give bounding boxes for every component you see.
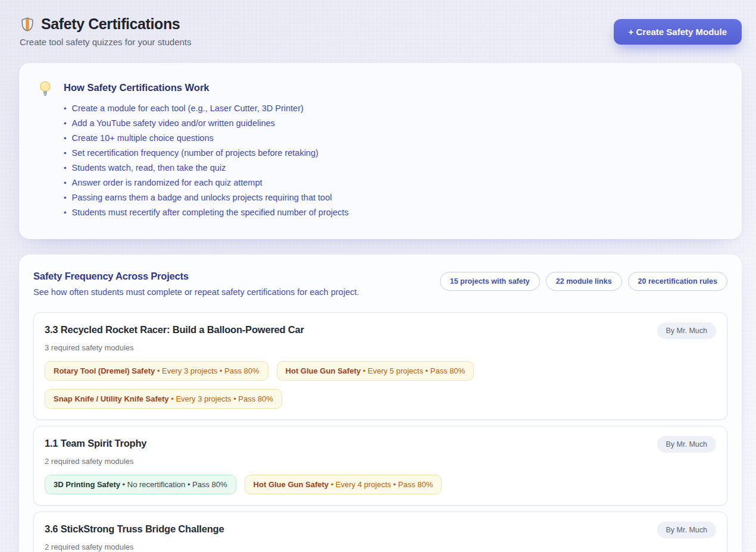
modules-count: 2 required safety modules [45,457,716,466]
project-card: 1.1 Team Spirit TrophyBy Mr. Much2 requi… [33,426,727,506]
module-badge-detail: • Every 5 projects • Pass 80% [363,366,466,375]
module-badge-row: 3D Printing Safety • No recertification … [45,475,716,494]
info-bullet: Create a module for each tool (e.g., Las… [64,101,349,116]
create-safety-module-button[interactable]: + Create Safety Module [614,19,742,45]
info-content: How Safety Certifications Work Create a … [64,79,349,220]
module-badge: 3D Printing Safety • No recertification … [45,475,236,494]
module-badge-name: Rotary Tool (Dremel) Safety [54,366,155,375]
module-badge: Hot Glue Gun Safety • Every 4 projects •… [245,475,442,494]
shield-icon [20,17,35,32]
module-badge-detail: • Every 4 projects • Pass 80% [331,480,433,489]
author-badge: By Mr. Much [657,322,716,339]
info-bullet: Passing earns them a badge and unlocks p… [64,190,349,205]
info-bullet-list: Create a module for each tool (e.g., Las… [64,101,349,220]
author-badge: By Mr. Much [657,436,716,453]
stat-pill-0: 15 projects with safety [440,272,540,291]
module-badge: Hot Glue Gun Safety • Every 5 projects •… [277,361,474,381]
project-title: 1.1 Team Spirit Trophy [45,436,146,449]
module-badge-name: Snap Knife / Utility Knife Safety [54,394,169,403]
frequency-section: Safety Frequency Across Projects See how… [19,255,742,552]
info-bullet: Add a YouTube safety video and/or writte… [64,116,349,131]
page-header: Safety Certifications Create tool safety… [0,0,756,47]
frequency-heading-block: Safety Frequency Across Projects See how… [33,271,359,297]
project-card: 3.6 StickStrong Truss Bridge ChallengeBy… [33,512,727,552]
section-title: Safety Frequency Across Projects [33,271,359,282]
module-badge-detail: • Every 3 projects • Pass 80% [171,394,273,403]
module-badge-detail: • No recertification • Pass 80% [123,480,227,489]
header-left: Safety Certifications Create tool safety… [20,15,191,47]
stat-pill-1: 22 module links [546,272,622,291]
module-badge-name: Hot Glue Gun Safety [254,480,329,489]
info-bullet: Students watch, read, then take the quiz [64,161,349,175]
page-title: Safety Certifications [41,15,180,33]
modules-count: 3 required safety modules [45,343,716,352]
section-subtitle: See how often students must complete or … [33,287,359,297]
info-bullet: Create 10+ multiple choice questions [64,131,349,146]
project-title: 3.6 StickStrong Truss Bridge Challenge [45,522,224,535]
info-card: How Safety Certifications Work Create a … [19,63,742,239]
stat-pills: 15 projects with safety22 module links20… [440,272,727,291]
module-badge: Snap Knife / Utility Knife Safety • Ever… [45,389,282,409]
frequency-section-header: Safety Frequency Across Projects See how… [33,271,727,297]
modules-count: 2 required safety modules [45,542,716,551]
project-title: 3.3 Recycled Rocket Racer: Build a Ballo… [45,322,304,335]
module-badge-detail: • Every 3 projects • Pass 80% [157,366,260,375]
module-badge-name: Hot Glue Gun Safety [286,366,361,375]
module-badge-row: Rotary Tool (Dremel) Safety • Every 3 pr… [45,361,716,409]
info-bullet: Students must recertify after completing… [64,205,349,220]
lightbulb-icon [38,79,54,101]
module-badge: Rotary Tool (Dremel) Safety • Every 3 pr… [45,361,268,381]
page-subtitle: Create tool safety quizzes for your stud… [20,37,191,47]
info-bullet: Set recertification frequency (number of… [64,146,349,161]
module-badge-name: 3D Printing Safety [54,480,120,489]
info-title: How Safety Certifications Work [64,79,349,93]
project-list: 3.3 Recycled Rocket Racer: Build a Ballo… [33,312,727,552]
stat-pill-2: 20 recertification rules [628,272,727,291]
author-badge: By Mr. Much [657,522,716,538]
info-bullet: Answer order is randomized for each quiz… [64,175,349,190]
project-card: 3.3 Recycled Rocket Racer: Build a Ballo… [33,312,727,420]
